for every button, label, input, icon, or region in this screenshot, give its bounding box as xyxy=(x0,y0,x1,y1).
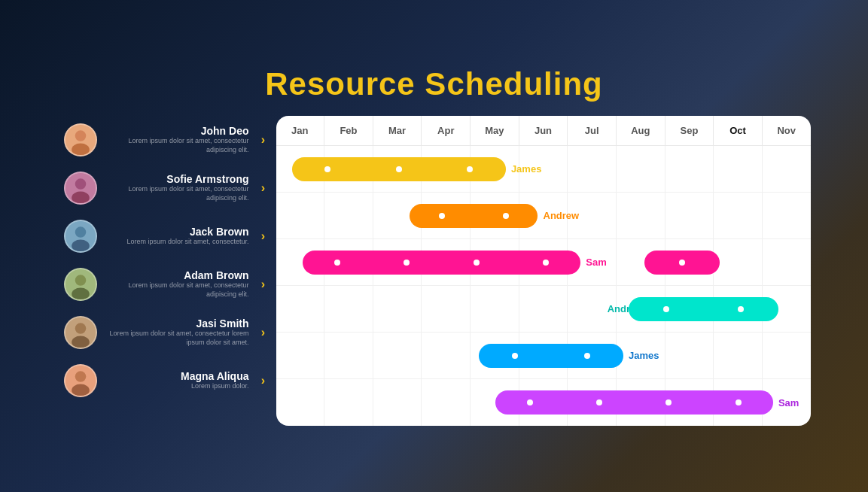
svg-point-16 xyxy=(75,371,86,382)
dot xyxy=(404,260,410,266)
month-oct: Oct xyxy=(714,116,763,145)
bar-label-andrew-1: Andrew xyxy=(544,210,580,221)
svg-point-13 xyxy=(75,323,86,334)
bar-andrew-2[interactable] xyxy=(629,297,778,321)
person-desc-magna: Lorem ipsum dolor. xyxy=(105,382,249,391)
sidebar-item-adam[interactable]: Adam Brown Lorem ipsum dolor sit amet, c… xyxy=(58,260,276,308)
gantt-row-3: Andrew xyxy=(276,286,811,333)
person-name-sofie: Sofie Armstrong xyxy=(105,173,249,185)
svg-point-5 xyxy=(72,192,90,204)
person-info-sofie: Sofie Armstrong Lorem ipsum dolor sit am… xyxy=(105,173,249,202)
chevron-adam[interactable]: › xyxy=(257,278,270,291)
dot xyxy=(334,260,340,266)
chevron-magna[interactable]: › xyxy=(257,374,270,387)
month-apr: Apr xyxy=(422,116,471,145)
dot xyxy=(543,260,549,266)
svg-point-14 xyxy=(72,336,90,348)
dot xyxy=(503,213,509,219)
person-desc-adam: Lorem ipsum dolor sit amet, consectetur … xyxy=(105,281,249,299)
avatar-magna xyxy=(64,364,97,397)
sidebar-item-magna[interactable]: Magna Aliqua Lorem ipsum dolor. › xyxy=(58,357,276,405)
bar-james-1[interactable] xyxy=(292,157,506,181)
dot xyxy=(736,399,742,405)
dot xyxy=(512,353,518,359)
gantt-body: James Andrew xyxy=(276,146,811,426)
avatar-jack xyxy=(64,220,97,253)
gantt-row-4: James xyxy=(276,333,811,379)
person-name-jasi: Jasi Smith xyxy=(105,317,249,330)
dot xyxy=(467,166,473,172)
bar-label-sam-1: Sam xyxy=(586,257,606,268)
avatar-john xyxy=(64,123,97,156)
month-nov: Nov xyxy=(763,116,811,145)
month-may: May xyxy=(471,116,519,145)
gantt-panel: Jan Feb Mar Apr May Jun Jul Aug Sep Oct … xyxy=(276,116,811,426)
sidebar-item-jasi[interactable]: Jasi Smith Lorem ipsum dolor sit amet, c… xyxy=(58,308,276,357)
svg-point-17 xyxy=(72,384,90,396)
svg-point-4 xyxy=(75,178,86,190)
svg-point-1 xyxy=(75,130,86,141)
person-name-magna: Magna Aliqua xyxy=(105,370,249,382)
svg-point-7 xyxy=(75,226,86,238)
person-info-magna: Magna Aliqua Lorem ipsum dolor. xyxy=(105,370,249,391)
main-container: John Deo Lorem ipsum dolor sit amet, con… xyxy=(58,116,811,426)
dot xyxy=(396,166,402,172)
gantt-row-2: Sam xyxy=(276,239,811,286)
month-jun: Jun xyxy=(519,116,568,145)
person-desc-jasi: Lorem ipsum dolor sit amet, consectetur … xyxy=(105,330,249,347)
person-name-jack: Jack Brown xyxy=(105,226,249,238)
month-mar: Mar xyxy=(373,116,422,145)
avatar-adam xyxy=(64,268,97,301)
month-jan: Jan xyxy=(276,116,325,145)
gantt-row-1: Andrew xyxy=(276,193,811,239)
bar-label-james-1: James xyxy=(511,163,541,175)
person-info-john: John Deo Lorem ipsum dolor sit amet, con… xyxy=(105,125,249,154)
person-desc-sofie: Lorem ipsum dolor sit amet, consectetur … xyxy=(105,185,249,202)
month-sep: Sep xyxy=(665,116,714,145)
page-title: Resource Scheduling xyxy=(265,66,602,102)
person-desc-john: Lorem ipsum dolor sit amet, consectetur … xyxy=(105,137,249,154)
dot xyxy=(474,260,480,266)
gantt-row-5: Sam xyxy=(276,379,811,426)
dot xyxy=(663,306,669,312)
sidebar-item-john[interactable]: John Deo Lorem ipsum dolor sit amet, con… xyxy=(58,116,276,164)
month-jul: Jul xyxy=(568,116,617,145)
bar-label-james-2: James xyxy=(629,350,659,361)
dot xyxy=(738,306,744,312)
dot xyxy=(596,399,602,405)
avatar-jasi xyxy=(64,316,97,349)
person-desc-jack: Lorem ipsum dolor sit amet, consectetur. xyxy=(105,238,249,247)
dot xyxy=(439,213,445,219)
month-aug: Aug xyxy=(617,116,665,145)
person-name-adam: Adam Brown xyxy=(105,269,249,281)
person-name-john: John Deo xyxy=(105,125,249,137)
svg-point-2 xyxy=(72,144,90,156)
bar-label-sam-3: Sam xyxy=(778,397,799,408)
dot xyxy=(527,399,533,405)
chevron-jack[interactable]: › xyxy=(257,229,270,243)
bar-andrew-1[interactable] xyxy=(410,204,538,228)
avatar-sofie xyxy=(64,172,97,205)
person-info-jack: Jack Brown Lorem ipsum dolor sit amet, c… xyxy=(105,226,249,247)
sidebar: John Deo Lorem ipsum dolor sit amet, con… xyxy=(58,116,276,426)
svg-point-10 xyxy=(75,275,86,286)
dot xyxy=(665,399,672,405)
person-info-jasi: Jasi Smith Lorem ipsum dolor sit amet, c… xyxy=(105,317,249,347)
svg-point-8 xyxy=(72,240,90,252)
bar-sam-2[interactable] xyxy=(644,251,719,275)
chevron-sofie[interactable]: › xyxy=(257,181,270,195)
gantt-header: Jan Feb Mar Apr May Jun Jul Aug Sep Oct … xyxy=(276,116,811,146)
chevron-jasi[interactable]: › xyxy=(257,326,270,339)
bar-sam-1[interactable] xyxy=(303,251,580,275)
dot xyxy=(584,353,590,359)
sidebar-item-jack[interactable]: Jack Brown Lorem ipsum dolor sit amet, c… xyxy=(58,212,276,260)
person-info-adam: Adam Brown Lorem ipsum dolor sit amet, c… xyxy=(105,269,249,299)
dot xyxy=(679,260,685,266)
bar-james-2[interactable] xyxy=(479,344,623,368)
bar-sam-3[interactable] xyxy=(495,390,773,415)
dot xyxy=(324,166,330,172)
sidebar-item-sofie[interactable]: Sofie Armstrong Lorem ipsum dolor sit am… xyxy=(58,164,276,212)
month-feb: Feb xyxy=(324,116,373,145)
chevron-john[interactable]: › xyxy=(257,133,270,147)
gantt-row-0: James xyxy=(276,146,811,193)
